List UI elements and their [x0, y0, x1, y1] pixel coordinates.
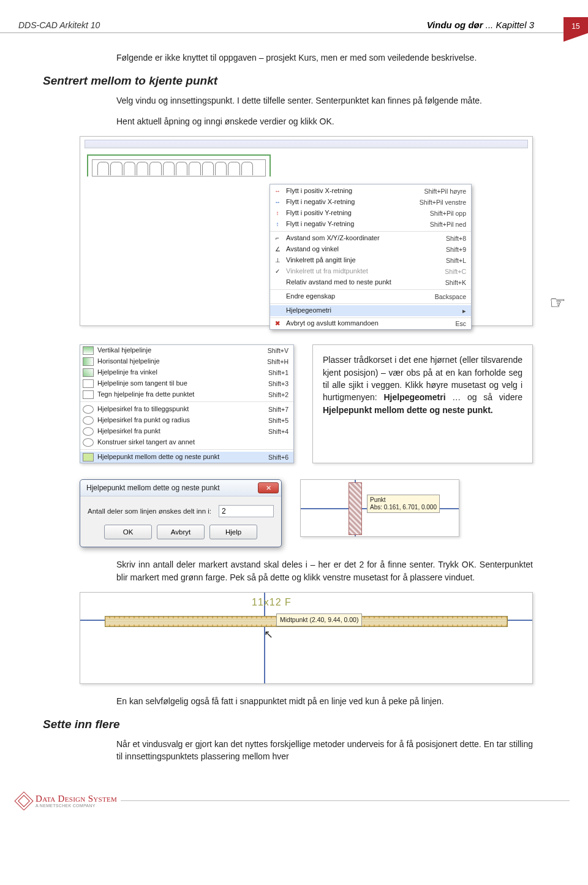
close-icon: ✖ — [273, 319, 282, 328]
context-menu: ↔Flytt i positiv X-retningShift+Pil høyr… — [270, 184, 472, 330]
dialog-ok-button[interactable]: OK — [104, 525, 152, 539]
logo-icon — [14, 792, 33, 811]
submenu-hjelpegeometri: Vertikal hjelpelinjeShift+V Horisontal h… — [80, 344, 294, 463]
footer: Data Design System A NEMETSCHEK COMPANY — [0, 791, 588, 810]
dialog-label: Antall deler som linjen ønskes delt inn … — [88, 506, 211, 517]
submenu-item[interactable]: Konstruer sirkel tangert av annet — [80, 437, 293, 448]
submenu-item[interactable]: Hjelpesirkel fra punktShift+4 — [80, 426, 293, 437]
section1-p2: Hent aktuell åpning og inngi ønskede ver… — [116, 115, 533, 127]
submenu-item-midpoint[interactable]: Hjelpepunkt mellom dette og neste punktS… — [80, 452, 293, 463]
dialog-close-button[interactable]: ✕ — [258, 482, 279, 493]
page-header: DDS-CAD Arkitekt 10 Vindu og dør ... Kap… — [0, 0, 571, 33]
instruction-box: Plasser trådkorset i det ene hjørnet (el… — [312, 344, 533, 463]
pointer-hand-icon: ☞ — [549, 289, 566, 316]
submenu-item[interactable]: Hjelpesirkel fra punkt og radiusShift+5 — [80, 415, 293, 426]
dialog-midpoint: Hjelpepunkt mellom dette og neste punkt … — [80, 479, 282, 547]
submenu-item[interactable]: Hjelpesirkel fra to tilleggspunktShift+7 — [80, 404, 293, 415]
dialog-cancel-button[interactable]: Avbryt — [157, 525, 205, 539]
section1-p1: Velg vindu og innsettingspunkt. I dette … — [116, 94, 533, 107]
section2-p1: Når et vindusvalg er gjort kan det nytte… — [116, 738, 533, 763]
ctx-item[interactable]: ✓Vinkelrett ut fra midtpunktetShift+C — [270, 266, 471, 277]
ctx-item[interactable]: ⊥Vinkelrett på angitt linjeShift+L — [270, 255, 471, 266]
header-left: DDS-CAD Arkitekt 10 — [18, 20, 100, 30]
screenshot-snap-point: Punkt Abs: 0.161, 6.701, 0.000 — [300, 479, 459, 537]
para-after-dialog: Skriv inn antall deler markert avstand s… — [116, 558, 533, 583]
ctx-item[interactable]: ⌐Avstand som X/Y/Z-koordinaterShift+8 — [270, 233, 471, 244]
ctx-item-cancel[interactable]: ✖Avbryt og avslutt kommandoenEsc — [270, 318, 471, 329]
snap-tooltip: Punkt Abs: 0.161, 6.701, 0.000 — [367, 495, 440, 513]
dialog-parts-input[interactable] — [219, 505, 274, 517]
intro-paragraph: Følgende er ikke knyttet til oppgaven – … — [116, 51, 533, 64]
ctx-item[interactable]: Relativ avstand med to neste punktShift+… — [270, 277, 471, 288]
submenu-item[interactable]: Horisontal hjelpelinjeShift+H — [80, 356, 293, 367]
ctx-item[interactable]: ↕Flytt i positiv Y-retningShift+Pil opp — [270, 208, 471, 219]
submenu-item[interactable]: Tegn hjelpelinje fra dette punktetShift+… — [80, 389, 293, 400]
dialog-title: Hjelpepunkt mellom dette og neste punkt — [86, 483, 219, 493]
submenu-item[interactable]: Hjelpelinje fra vinkelShift+1 — [80, 367, 293, 378]
dimension-label: 11x12 F — [252, 595, 292, 609]
submenu-item[interactable]: Vertikal hjelpelinjeShift+V — [80, 345, 293, 356]
cursor-icon: ↖ — [264, 626, 273, 642]
ctx-item-hjelpegeometri[interactable]: Hjelpegeometri▸ — [270, 305, 471, 316]
ctx-item[interactable]: ↔Flytt i negativ X-retningShift+Pil vens… — [270, 197, 471, 208]
ctx-item[interactable]: ↕Flytt i negativ Y-retningShift+Pil ned — [270, 219, 471, 230]
screenshot-midpoint: 11x12 F Midtpunkt (2.40, 9.44, 0.00) ↖ — [80, 592, 533, 684]
dialog-help-button[interactable]: Hjelp — [209, 525, 257, 539]
submenu-item[interactable]: Hjelpelinje som tangent til bueShift+3 — [80, 378, 293, 389]
section-heading-1: Sentrert mellom to kjente punkt — [43, 72, 533, 89]
para-snap-line: En kan selvfølgelig også få fatt i snapp… — [116, 695, 533, 707]
header-right: Vindu og dør ... Kapittel 3 — [427, 20, 534, 30]
brand-text: Data Design System A NEMETSCHEK COMPANY — [36, 794, 117, 808]
ctx-item[interactable]: ∠Avstand og vinkelShift+9 — [270, 244, 471, 255]
screenshot-context-menu: ↔Flytt i positiv X-retningShift+Pil høyr… — [80, 136, 533, 326]
ctx-item[interactable]: Endre egenskapBackspace — [270, 291, 471, 302]
midpoint-tooltip: Midtpunkt (2.40, 9.44, 0.00) — [276, 613, 362, 626]
section-heading-2: Sette inn flere — [43, 716, 533, 733]
ctx-item[interactable]: ↔Flytt i positiv X-retningShift+Pil høyr… — [270, 186, 471, 197]
